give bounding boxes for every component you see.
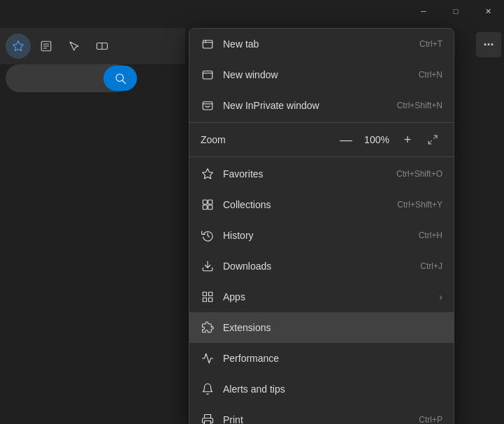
cursor-button[interactable]	[62, 34, 87, 59]
favorites-icon	[201, 167, 215, 181]
menu-item-new-window[interactable]: New window Ctrl+N	[189, 59, 454, 90]
menu-item-print[interactable]: Print Ctrl+P	[189, 404, 454, 424]
svg-rect-26	[203, 298, 206, 302]
history-label: History	[223, 230, 419, 241]
zoom-out-button[interactable]: —	[336, 130, 356, 149]
svg-rect-22	[208, 205, 213, 210]
inprivate-label: New InPrivate window	[223, 100, 397, 111]
svg-rect-27	[209, 298, 213, 302]
downloads-label: Downloads	[223, 261, 420, 272]
zoom-value: 100%	[361, 134, 392, 145]
reading-list-icon	[40, 40, 52, 52]
toolbar	[0, 28, 185, 64]
new-window-label: New window	[223, 69, 419, 80]
maximize-button[interactable]: □	[440, 0, 472, 22]
svg-line-8	[122, 80, 125, 83]
alerts-icon	[201, 382, 215, 396]
context-menu: New tab Ctrl+T New window Ctrl+N New InP…	[189, 28, 454, 424]
svg-line-17	[429, 140, 432, 144]
minimize-button[interactable]: ─	[408, 0, 440, 22]
zoom-expand-button[interactable]	[423, 130, 442, 149]
zoom-row: Zoom — 100% +	[189, 124, 454, 155]
menu-item-favorites[interactable]: Favorites Ctrl+Shift+O	[189, 159, 454, 189]
svg-rect-20	[208, 200, 213, 204]
reading-list-button[interactable]	[34, 34, 59, 59]
svg-rect-21	[203, 205, 207, 210]
print-label: Print	[223, 414, 419, 424]
apps-icon	[201, 290, 215, 304]
menu-item-extensions[interactable]: Extensions	[189, 312, 454, 343]
inprivate-shortcut: Ctrl+Shift+N	[397, 101, 442, 110]
svg-rect-19	[203, 200, 207, 204]
svg-rect-12	[203, 71, 213, 79]
performance-label: Performance	[223, 353, 442, 364]
favorites-toolbar-button[interactable]	[6, 34, 31, 59]
more-tools-button[interactable]: ···	[476, 32, 501, 57]
search-button[interactable]	[103, 66, 137, 91]
menu-item-inprivate[interactable]: New InPrivate window Ctrl+Shift+N	[189, 90, 454, 121]
downloads-icon	[201, 259, 215, 273]
collections-shortcut: Ctrl+Shift+Y	[397, 200, 442, 210]
svg-rect-24	[203, 292, 206, 295]
svg-rect-25	[209, 292, 213, 295]
print-shortcut: Ctrl+P	[419, 415, 442, 424]
menu-item-new-tab[interactable]: New tab Ctrl+T	[189, 29, 454, 59]
menu-item-apps[interactable]: Apps ›	[189, 282, 454, 312]
svg-rect-28	[205, 421, 211, 425]
apps-label: Apps	[223, 291, 433, 302]
new-window-icon	[201, 68, 215, 82]
alerts-label: Alerts and tips	[223, 383, 442, 395]
history-icon	[201, 228, 215, 242]
downloads-shortcut: Ctrl+J	[420, 261, 442, 271]
inprivate-icon	[201, 98, 215, 112]
menu-item-alerts[interactable]: Alerts and tips	[189, 374, 454, 404]
apps-arrow-icon: ›	[439, 291, 442, 302]
svg-line-16	[433, 136, 437, 139]
divider-2	[189, 156, 454, 157]
window-controls: ─ □ ✕	[408, 0, 504, 22]
collections-icon	[201, 198, 215, 212]
performance-icon	[201, 351, 215, 365]
search-icon	[114, 72, 127, 85]
new-tab-label: New tab	[223, 38, 419, 50]
collections-label: Collections	[223, 199, 397, 210]
cursor-icon	[68, 40, 80, 52]
close-button[interactable]: ✕	[472, 0, 504, 22]
extensions-icon	[201, 321, 215, 335]
extensions-label: Extensions	[223, 322, 442, 333]
favorites-label: Favorites	[223, 168, 396, 180]
new-window-shortcut: Ctrl+N	[419, 70, 442, 80]
menu-item-downloads[interactable]: Downloads Ctrl+J	[189, 251, 454, 282]
svg-rect-9	[203, 41, 213, 48]
menu-item-performance[interactable]: Performance	[189, 343, 454, 374]
zoom-label: Zoom	[201, 134, 331, 145]
menu-item-collections[interactable]: Collections Ctrl+Shift+Y	[189, 189, 454, 220]
star-icon	[12, 40, 24, 52]
favorites-shortcut: Ctrl+Shift+O	[396, 169, 442, 179]
svg-marker-18	[203, 169, 213, 179]
divider-1	[189, 122, 454, 123]
menu-item-history[interactable]: History Ctrl+H	[189, 220, 454, 251]
immersive-reader-icon	[96, 40, 108, 52]
svg-marker-0	[13, 41, 24, 51]
new-tab-icon	[201, 37, 215, 51]
svg-rect-14	[203, 102, 213, 110]
history-shortcut: Ctrl+H	[419, 231, 442, 240]
svg-point-7	[116, 74, 124, 82]
expand-icon	[427, 134, 438, 145]
new-tab-shortcut: Ctrl+T	[419, 39, 442, 49]
print-icon	[201, 413, 215, 424]
immersive-reader-button[interactable]	[89, 34, 115, 59]
zoom-in-button[interactable]: +	[398, 130, 417, 149]
